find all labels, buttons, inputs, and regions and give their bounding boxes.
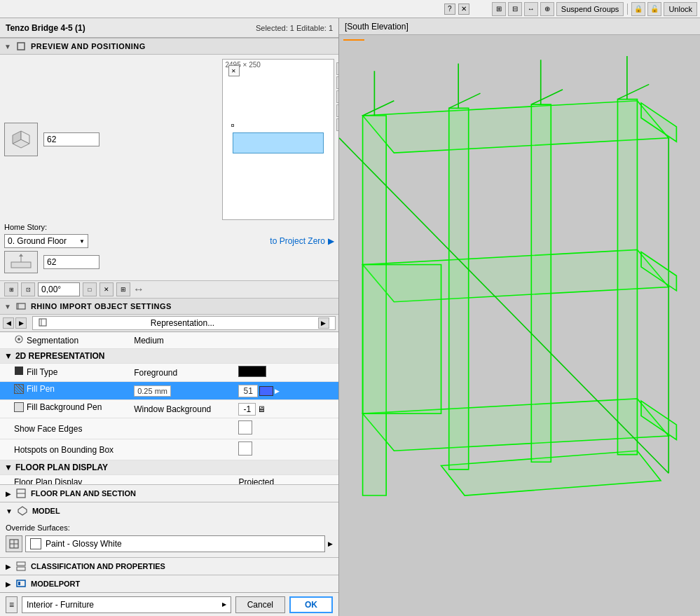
canvas-toolbar-icon[interactable]: ⊞ [4, 282, 18, 296]
hotspots-row: Hotspots on Bounding Box [0, 439, 338, 460]
home-story-select[interactable]: 0. Ground Floor ▼ [4, 234, 88, 248]
modelport-icon [15, 578, 27, 589]
tab-next-btn[interactable]: ▶ [15, 317, 27, 329]
modelport-section-header[interactable]: ▶ MODELPORT [0, 575, 338, 592]
override-surfaces-label: Override Surfaces: [6, 523, 333, 532]
svg-marker-31 [617, 100, 637, 455]
svg-line-43 [449, 93, 481, 108]
hotspots-checkbox[interactable] [238, 442, 252, 456]
viewport-titlebar: [South Elevation] [339, 18, 700, 35]
fill-type-value: Foreground [130, 364, 234, 382]
fill-type-color-swatch[interactable] [238, 366, 266, 377]
svg-rect-0 [18, 43, 25, 50]
svg-marker-29 [449, 108, 469, 469]
svg-rect-20 [17, 562, 25, 566]
svg-line-44 [531, 90, 563, 104]
viewport-canvas[interactable]: .grid-green { fill: rgba(100,255,100,0.1… [339, 35, 700, 616]
rhino-content: Segmentation Medium ▼ 2D REPRESENTATION [0, 332, 338, 484]
show-face-edges-row: Show Face Edges [0, 418, 338, 439]
toolbar-icon-1[interactable]: ⊞ [492, 2, 506, 16]
ok-label: OK [305, 600, 317, 610]
rhino-section-header[interactable]: ▼ RHINO IMPORT OBJECT SETTINGS [0, 298, 338, 315]
override-icon-btn[interactable] [6, 535, 22, 552]
floor-plan-display-header-row: ▼ FLOOR PLAN DISPLAY [0, 460, 338, 475]
elevation-icon [4, 251, 38, 273]
toolbar-icon-5[interactable]: 🔒 [631, 2, 645, 16]
preview-section-header[interactable]: ▼ PREVIEW AND POSITIONING [0, 38, 338, 55]
toolbar-icon-3[interactable]: ↔ [524, 2, 538, 16]
preview-icon [15, 41, 27, 52]
floor-plan-display-key: Floor Plan Display [14, 477, 82, 484]
floor-plan-section-header[interactable]: ▶ FLOOR PLAN AND SECTION [0, 484, 338, 502]
elevation-row [4, 251, 334, 273]
fill-pen-row[interactable]: Fill Pen 0.25 mm 51 ▶ [0, 382, 338, 400]
top-toolbar: ? ✕ ⊞ ⊟ ↔ ⊕ Suspend Groups 🔒 🔓 Unlock [0, 0, 700, 18]
floor-plan-section-icon [15, 488, 27, 499]
toolbar-icon-4[interactable]: ⊕ [540, 2, 554, 16]
home-story-arrow-icon: ▼ [79, 238, 85, 245]
settings-table: Segmentation Medium ▼ 2D REPRESENTATION [0, 332, 338, 484]
fill-type-label: Fill Type [27, 367, 57, 377]
override-arrow-icon: ▶ [328, 540, 333, 547]
fill-type-row: Fill Type Foreground [0, 364, 338, 382]
svg-rect-13 [15, 367, 23, 375]
layer-dropdown-arrow-icon: ▶ [222, 601, 226, 608]
to-project-zero-label: to Project Zero [270, 236, 325, 246]
fill-bg-pen-icon [14, 402, 24, 412]
classification-section-header[interactable]: ▶ CLASSIFICATION AND PROPERTIES [0, 557, 338, 575]
floor-plan-section-label: FLOOR PLAN AND SECTION [31, 489, 136, 498]
fill-bg-pen-row: Fill Background Pen Window Background -1… [0, 400, 338, 418]
override-paint-btn[interactable]: Paint - Glossy White [25, 535, 325, 552]
selection-info: Selected: 1 Editable: 1 [256, 24, 333, 32]
canvas-toolbar-icon2[interactable]: ⊡ [21, 282, 35, 296]
3d-grid-view: .grid-green { fill: rgba(100,255,100,0.1… [339, 56, 700, 616]
layer-dropdown[interactable]: Interior - Furniture ▶ [22, 596, 231, 613]
rotation-input[interactable] [38, 282, 80, 296]
collapse-preview-icon: ▼ [4, 43, 11, 50]
home-story-label: Home Story: [4, 223, 47, 231]
fill-pen-number: 51 [238, 385, 257, 397]
modelport-label: MODELPORT [31, 580, 80, 588]
segmentation-value: Medium [130, 332, 234, 349]
svg-marker-30 [531, 104, 551, 462]
toolbar-icon-2[interactable]: ⊟ [508, 2, 522, 16]
show-face-edges-checkbox[interactable] [238, 420, 252, 434]
canvas-toolbar: ⊞ ⊡ □ ✕ ⊞ ↔ [0, 280, 338, 298]
fill-bg-pen-value: Window Background [130, 400, 234, 418]
toolbar-icon-6[interactable]: 🔓 [647, 2, 661, 16]
to-project-zero-btn[interactable]: to Project Zero ▶ [270, 236, 334, 246]
layer-button[interactable]: ≡ [6, 596, 18, 613]
close-button[interactable]: ✕ [458, 4, 469, 15]
to-project-zero-arrow-icon: ▶ [328, 236, 334, 246]
tab-prev-btn[interactable]: ◀ [3, 317, 14, 329]
unlock-button[interactable]: Unlock [664, 2, 697, 16]
cancel-rotation-icon[interactable]: ✕ [99, 282, 114, 296]
ok-button[interactable]: OK [289, 596, 333, 613]
preview-top-row: 2495 × 250 ✕ ⊡ ⊕ ⊞ ≡ ℹ [4, 59, 334, 220]
height-input[interactable] [43, 132, 99, 146]
rep-tab-arrow-btn[interactable]: ▶ [318, 317, 329, 329]
segmentation-icon [14, 334, 24, 346]
fill-bg-pen-number: -1 [238, 403, 256, 416]
svg-marker-16 [18, 507, 27, 515]
home-story-row: Home Story: [4, 223, 334, 231]
question-button[interactable]: ? [444, 4, 455, 15]
svg-rect-23 [18, 582, 20, 585]
preview-cube [4, 123, 38, 156]
confirm-rotation-icon[interactable]: ⊞ [116, 282, 130, 296]
suspend-groups-button[interactable]: Suspend Groups [556, 2, 624, 16]
rep-tab-icon [39, 318, 47, 329]
representation-tab[interactable]: Representation... ▶ [32, 316, 336, 330]
floor-plan-display-row: Floor Plan Display Projected [0, 475, 338, 485]
dialog-titlebar: Tenzo Bridge 4-5 (1) Selected: 1 Editabl… [0, 18, 338, 38]
svg-rect-4 [11, 262, 31, 268]
rep-tab-label: Representation... [151, 318, 214, 328]
svg-line-42 [363, 101, 394, 116]
cancel-button[interactable]: Cancel [235, 596, 285, 613]
elevation-input[interactable] [43, 255, 99, 269]
model-section-icon [17, 505, 28, 516]
model-section-header[interactable]: ▼ MODEL [0, 502, 338, 519]
fill-pen-color-box[interactable] [259, 386, 273, 396]
fill-pen-arrow-icon[interactable]: ▶ [275, 388, 280, 395]
segmentation-label: Segmentation [27, 336, 78, 345]
